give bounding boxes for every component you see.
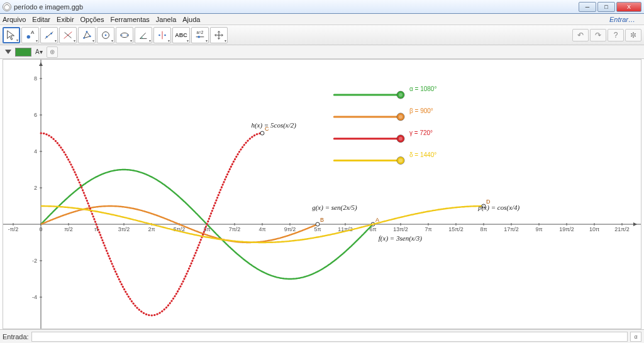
tool-conic[interactable]: ▾ (116, 27, 133, 43)
svg-text:π/2: π/2 (64, 226, 73, 232)
keyboard-icon[interactable]: α (630, 332, 641, 342)
svg-text:9π/2: 9π/2 (284, 226, 296, 232)
svg-line-2 (45, 31, 53, 38)
input-label: Entrada: (3, 333, 29, 340)
svg-text:4: 4 (34, 148, 37, 155)
svg-point-9 (86, 31, 88, 33)
svg-text:5π: 5π (314, 226, 321, 232)
titlebar: ◯ período e imagem.ggb ─ □ X (0, 0, 644, 14)
tool-slider[interactable]: a=2▾ (191, 27, 209, 43)
svg-text:3π/2: 3π/2 (118, 226, 130, 232)
svg-text:-2: -2 (32, 258, 37, 264)
svg-point-3 (46, 36, 48, 38)
svg-text:f(x) = 3sen(x/3): f(x) = 3sen(x/3) (379, 234, 422, 242)
undo-button[interactable]: ↶ (572, 29, 589, 41)
view-toggle-icon[interactable] (5, 50, 11, 54)
tool-circle[interactable]: ▾ (97, 27, 114, 43)
svg-point-100 (399, 115, 402, 119)
stylebar: A▾ ⊕ (0, 45, 644, 59)
svg-point-17 (158, 34, 160, 36)
svg-point-8 (83, 37, 85, 39)
svg-text:g(x) = sen(2x/5): g(x) = sen(2x/5) (312, 204, 357, 212)
menu-exibir[interactable]: Exibir (57, 16, 74, 23)
close-button[interactable]: X (616, 2, 641, 12)
svg-text:21π/2: 21π/2 (614, 226, 630, 232)
svg-text:13π/2: 13π/2 (393, 226, 408, 232)
tool-angle[interactable]: ▾ (135, 27, 152, 43)
help-icon[interactable]: ? (608, 29, 624, 41)
tool-move-view[interactable]: ▾ (210, 27, 228, 43)
window-title: período e imagem.ggb (14, 3, 577, 11)
menu-arquivo[interactable]: Arquivo (3, 16, 26, 23)
toolbar: ▾ A▾ ▾ ▾ ▾ ▾ ▾ ▾ ▾ ABC▾ a=2▾ ▾ ↶ ↷ ? ✼ (0, 25, 644, 45)
menu-ferramentas[interactable]: Ferramentas (110, 16, 149, 23)
svg-text:17π/2: 17π/2 (504, 226, 519, 232)
tool-perpendicular[interactable]: ▾ (59, 27, 77, 43)
svg-point-20 (197, 35, 200, 38)
svg-text:2π: 2π (148, 226, 155, 232)
login-link[interactable]: Entrar… (609, 16, 635, 23)
svg-text:8π: 8π (480, 226, 487, 232)
svg-point-18 (164, 34, 166, 36)
tool-polygon[interactable]: ▾ (78, 27, 96, 43)
svg-text:6: 6 (34, 112, 37, 118)
maximize-button[interactable]: □ (597, 2, 615, 12)
svg-point-108 (399, 159, 402, 163)
svg-text:γ = 720°: γ = 720° (409, 129, 433, 136)
svg-text:h(x) = 5cos(x/2): h(x) = 5cos(x/2) (251, 121, 296, 129)
svg-text:A: A (31, 30, 35, 35)
svg-text:15π/2: 15π/2 (448, 226, 464, 232)
svg-point-86 (260, 131, 264, 135)
input-bar: Entrada: α (0, 329, 644, 343)
menu-opcoes[interactable]: Opções (80, 16, 104, 23)
svg-point-12 (105, 34, 107, 36)
tool-text[interactable]: ABC▾ (172, 27, 190, 43)
svg-point-4 (50, 32, 52, 34)
svg-point-0 (27, 35, 30, 38)
svg-text:2: 2 (34, 185, 37, 191)
svg-text:19π/2: 19π/2 (559, 226, 574, 232)
font-size-dropdown[interactable]: A▾ (35, 48, 43, 55)
svg-text:δ = 1440°: δ = 1440° (409, 151, 436, 158)
tool-line[interactable]: ▾ (40, 27, 58, 43)
svg-text:0: 0 (39, 226, 42, 232)
svg-text:α = 1080°: α = 1080° (409, 85, 436, 92)
svg-text:10π: 10π (589, 226, 599, 232)
menubar: Arquivo Editar Exibir Opções Ferramentas… (0, 14, 644, 25)
minimize-button[interactable]: ─ (579, 2, 596, 12)
tool-reflect[interactable]: ▾ (153, 27, 171, 43)
menu-ajuda[interactable]: Ajuda (182, 16, 200, 23)
tool-move[interactable]: ▾ (3, 27, 20, 43)
svg-text:4π: 4π (258, 226, 265, 232)
svg-text:B: B (320, 217, 324, 223)
plot-svg: -π/20π/2π3π/22π5π/23π7π/24π9π/25π11π/26π… (3, 60, 641, 329)
svg-text:-π/2: -π/2 (8, 226, 19, 232)
svg-text:9π: 9π (535, 226, 542, 232)
graphics-view[interactable]: -π/20π/2π3π/22π5π/23π7π/24π9π/25π11π/26π… (3, 59, 641, 329)
svg-text:7π/2: 7π/2 (229, 226, 241, 232)
redo-button[interactable]: ↷ (590, 29, 606, 41)
svg-point-96 (399, 93, 402, 97)
svg-text:-4: -4 (32, 294, 37, 300)
svg-point-14 (121, 34, 122, 35)
svg-text:8: 8 (34, 75, 37, 82)
pin-icon[interactable]: ⊕ (47, 46, 58, 58)
svg-text:7π: 7π (425, 226, 431, 232)
command-input[interactable] (31, 332, 628, 342)
settings-icon[interactable]: ✼ (625, 29, 641, 41)
tool-point[interactable]: A▾ (21, 27, 39, 43)
svg-point-104 (399, 137, 402, 141)
svg-text:a=2: a=2 (197, 30, 204, 35)
svg-point-10 (89, 35, 91, 37)
svg-point-84 (316, 222, 319, 226)
svg-marker-7 (84, 31, 91, 38)
color-swatch[interactable] (15, 48, 31, 57)
app-icon: ◯ (3, 3, 11, 11)
menu-janela[interactable]: Janela (156, 16, 176, 23)
svg-text:β = 900°: β = 900° (409, 107, 433, 114)
menu-editar[interactable]: Editar (32, 16, 50, 23)
svg-point-15 (126, 34, 128, 35)
svg-text:p(x) = cos(x/4): p(x) = cos(x/4) (477, 204, 519, 212)
